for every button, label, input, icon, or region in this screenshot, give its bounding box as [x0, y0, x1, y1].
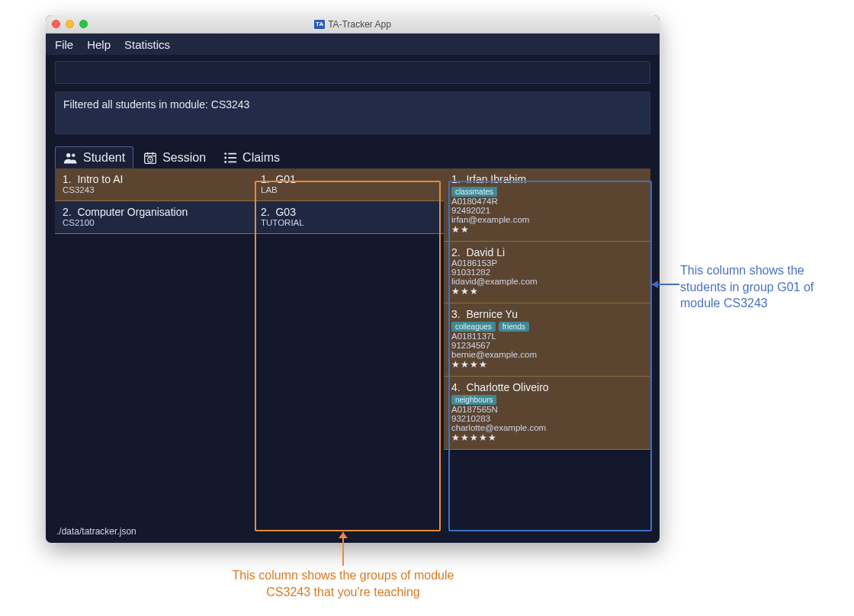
- menu-help[interactable]: Help: [87, 38, 111, 51]
- module-item[interactable]: 2. Computer OrganisationCS2100: [55, 201, 253, 234]
- students-column: 1. Irfan IbrahimclassmatesA0180474R92492…: [444, 168, 650, 520]
- status-path: ./data/tatracker.json: [56, 526, 136, 537]
- status-bar: ./data/tatracker.json: [46, 523, 660, 543]
- result-text: Filtered all students in module: CS3243: [63, 98, 249, 111]
- columns: 1. Intro to AICS32432. Computer Organisa…: [55, 168, 650, 520]
- result-box: Filtered all students in module: CS3243: [55, 91, 650, 134]
- svg-rect-10: [228, 157, 236, 159]
- svg-rect-12: [228, 161, 236, 162]
- groups-column: 1. G01LAB2. G03TUTORIAL: [253, 168, 444, 520]
- student-item[interactable]: 4. Charlotte OliveironeighboursA0187565N…: [444, 377, 650, 450]
- command-input[interactable]: [55, 61, 650, 84]
- module-item[interactable]: 1. Intro to AICS3243: [55, 168, 253, 201]
- student-item[interactable]: 2. David LiA0186153P91031282lidavid@exam…: [444, 242, 650, 303]
- arrow-blue-head: [652, 281, 658, 288]
- tab-claims[interactable]: Claims: [215, 147, 287, 168]
- group-item[interactable]: 2. G03TUTORIAL: [253, 201, 444, 234]
- window-title: TATA-Tracker App: [46, 19, 660, 30]
- group-item[interactable]: 1. G01LAB: [253, 168, 444, 201]
- tab-student[interactable]: Student: [55, 146, 133, 168]
- arrow-orange-head: [339, 532, 348, 538]
- calendar-icon: [143, 151, 158, 165]
- command-input-wrap: [46, 55, 660, 87]
- app-window: TATA-Tracker App File Help Statistics Fi…: [46, 15, 660, 543]
- menu-file[interactable]: File: [55, 38, 73, 51]
- modules-column: 1. Intro to AICS32432. Computer Organisa…: [55, 168, 253, 520]
- svg-rect-8: [228, 152, 236, 154]
- svg-point-11: [224, 160, 226, 162]
- svg-point-7: [224, 152, 226, 155]
- app-icon: TA: [314, 20, 325, 29]
- tab-session[interactable]: Session: [135, 147, 214, 168]
- window-title-text: TA-Tracker App: [328, 19, 391, 30]
- tab-claims-label: Claims: [242, 151, 280, 165]
- svg-point-0: [66, 153, 70, 157]
- view-tabs: Student Session Claims: [46, 146, 660, 168]
- tab-student-label: Student: [83, 151, 125, 165]
- svg-point-1: [72, 154, 75, 157]
- menu-statistics[interactable]: Statistics: [124, 38, 170, 51]
- student-item[interactable]: 1. Irfan IbrahimclassmatesA0180474R92492…: [444, 168, 650, 242]
- student-item[interactable]: 3. Bernice YucolleaguesfriendsA0181137L9…: [444, 303, 650, 377]
- list-icon: [223, 151, 238, 165]
- people-icon: [63, 151, 79, 165]
- svg-point-9: [224, 156, 226, 159]
- menubar: File Help Statistics: [46, 34, 660, 55]
- callout-students: This column shows the students in group …: [680, 262, 840, 312]
- result-wrap: Filtered all students in module: CS3243: [46, 87, 660, 142]
- tab-session-label: Session: [162, 151, 206, 165]
- callout-groups: This column shows the groups of module C…: [229, 567, 458, 600]
- titlebar: TATA-Tracker App: [46, 15, 660, 34]
